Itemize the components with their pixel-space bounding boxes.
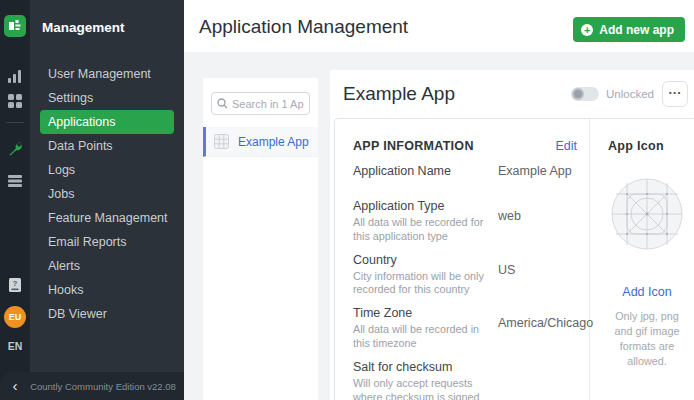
analytics-bar-chart-icon[interactable] [7, 68, 23, 84]
app-information-card: APP INFORMATION Edit Application Name Ex… [334, 118, 694, 400]
sidebar-item-jobs[interactable]: Jobs [40, 182, 174, 206]
page-title: Application Management [199, 16, 408, 38]
sidebar-title: Management [30, 0, 184, 35]
collapse-sidebar-chevron-icon[interactable]: ‹ [0, 373, 30, 399]
field-label: Salt for checksum [353, 360, 498, 374]
sidebar-menu: User Management Settings Applications Da… [30, 62, 184, 326]
field-time-zone: Time Zone All data will be recorded in t… [353, 306, 577, 351]
svg-text:?: ? [13, 279, 18, 288]
app-detail-header: Example App Unlocked ··· [330, 70, 694, 118]
app-icon-section: App Icon [590, 119, 694, 400]
search-icon [217, 98, 228, 109]
field-country: Country City information will be only re… [353, 253, 577, 298]
logs-server-icon[interactable] [7, 173, 23, 189]
sidebar-item-settings[interactable]: Settings [40, 86, 174, 110]
version-label: Countly Community Edition v22.08 [30, 381, 184, 392]
field-description: City information will be only recorded f… [353, 270, 498, 298]
app-list-item-label: Example App [238, 135, 309, 149]
app-list-panel: Example App [203, 78, 318, 400]
countly-logo-icon[interactable] [4, 15, 26, 37]
lock-toggle-knob [572, 88, 584, 100]
field-label: Time Zone [353, 306, 498, 320]
field-label: Application Name [353, 164, 498, 178]
field-label: Application Type [353, 199, 498, 213]
lock-status-label: Unlocked [606, 88, 654, 100]
app-information-section: APP INFORMATION Edit Application Name Ex… [335, 119, 590, 400]
field-value: America/Chicago [498, 306, 593, 351]
sidebar-item-db-viewer[interactable]: DB Viewer [40, 302, 174, 326]
lock-toggle[interactable] [571, 87, 599, 101]
app-thumbnail-grid-icon [214, 134, 229, 149]
field-value: Example App [498, 164, 572, 178]
main-area: Application Management + Add new app Exa… [184, 0, 694, 400]
sidebar-item-data-points[interactable]: Data Points [40, 134, 174, 158]
app-detail-title: Example App [343, 83, 455, 105]
field-salt-for-checksum: Salt for checksum Will only accept reque… [353, 360, 577, 400]
plus-icon: + [581, 24, 593, 36]
app-detail-panel: Example App Unlocked ··· APP INFORMATION… [330, 70, 694, 400]
field-application-type: Application Type All data will be record… [353, 199, 577, 244]
field-value: US [498, 253, 515, 298]
sidebar-item-logs[interactable]: Logs [40, 158, 174, 182]
add-new-app-button[interactable]: + Add new app [573, 17, 685, 42]
app-search-input[interactable] [232, 98, 304, 110]
field-label: Country [353, 253, 498, 267]
user-avatar[interactable]: EU [4, 306, 26, 328]
edit-link[interactable]: Edit [555, 139, 577, 153]
management-sidebar: Management User Management Settings Appl… [30, 0, 184, 400]
sidebar-item-user-management[interactable]: User Management [40, 62, 174, 86]
sidebar-item-hooks[interactable]: Hooks [40, 278, 174, 302]
app-icon-title: App Icon [608, 139, 686, 153]
countly-management-app: ? EU EN Management User Management Setti… [0, 0, 694, 400]
app-information-title: APP INFORMATION [353, 139, 474, 153]
sidebar-item-applications[interactable]: Applications [40, 110, 174, 134]
field-application-name: Application Name Example App [353, 164, 577, 178]
field-description: All data will be recorded in this timezo… [353, 323, 498, 351]
icon-rail: ? EU EN [0, 0, 30, 400]
page-header: Application Management + Add new app [184, 0, 694, 52]
sidebar-item-alerts[interactable]: Alerts [40, 254, 174, 278]
management-wrench-icon[interactable] [6, 140, 24, 158]
field-value: web [498, 199, 521, 244]
more-options-button[interactable]: ··· [662, 81, 688, 107]
help-document-icon[interactable]: ? [8, 277, 22, 293]
app-list-item-example-app[interactable]: Example App [203, 127, 318, 157]
sidebar-item-email-reports[interactable]: Email Reports [40, 230, 174, 254]
language-selector[interactable]: EN [8, 340, 23, 352]
add-new-app-label: Add new app [599, 23, 674, 37]
detail-header-controls: Unlocked ··· [571, 81, 688, 107]
app-search-box [211, 92, 310, 115]
add-icon-link[interactable]: Add Icon [608, 285, 686, 299]
field-description: All data will be recorded for this appli… [353, 216, 498, 244]
plugins-grid-icon[interactable] [7, 93, 23, 109]
icon-format-note: Only jpg, png and gif image formats are … [608, 309, 686, 369]
app-icon-placeholder[interactable] [608, 177, 686, 251]
rail-divider [6, 122, 24, 123]
field-description: Will only accept requests where checksum… [353, 377, 498, 400]
sidebar-footer-bar: ‹ Countly Community Edition v22.08 [0, 372, 184, 400]
sidebar-item-feature-management[interactable]: Feature Management [40, 206, 174, 230]
